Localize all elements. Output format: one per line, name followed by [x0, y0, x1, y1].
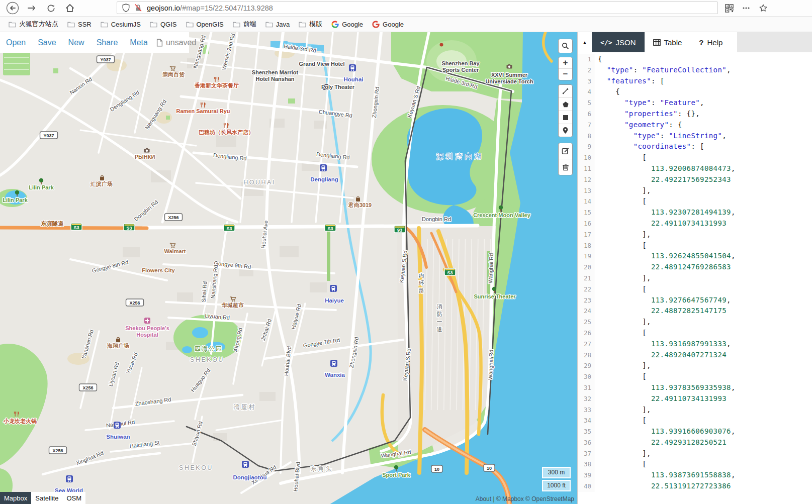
reload-button[interactable] — [44, 2, 57, 15]
zoom-out-button[interactable]: − — [559, 68, 572, 80]
line-content[interactable]: [ — [594, 240, 812, 251]
line-content[interactable]: "features": [ — [594, 76, 812, 87]
basemap-satellite[interactable]: Satellite — [31, 492, 62, 504]
basemap-mapbox[interactable]: Mapbox — [0, 492, 31, 504]
line-content[interactable]: { — [594, 86, 812, 97]
line-content[interactable]: [ — [594, 152, 812, 163]
line-content[interactable]: ], — [594, 317, 812, 328]
edit-feature-button[interactable] — [559, 143, 572, 159]
line-content[interactable]: 22.48920407271324 — [594, 350, 812, 361]
editor-line[interactable]: 6 "properties": {}, — [578, 109, 812, 120]
editor-line[interactable]: 26 [ — [578, 328, 812, 339]
url-bar[interactable]: geojson.io/#map=15/22.5047/113.9288 — [117, 2, 718, 14]
line-content[interactable]: ], — [594, 448, 812, 459]
bookmark-item[interactable]: OpenGIS — [182, 19, 228, 30]
editor-line[interactable]: 8 "type": "LineString", — [578, 131, 812, 142]
line-content[interactable]: [ — [594, 459, 812, 470]
editor-line[interactable]: 9 "coordinates": [ — [578, 141, 812, 152]
line-content[interactable]: ], — [594, 405, 812, 416]
new-link[interactable]: New — [68, 38, 84, 47]
save-link[interactable]: Save — [38, 38, 56, 47]
line-content[interactable]: "geometry": { — [594, 120, 812, 131]
bookmark-item[interactable]: QGIS — [145, 19, 182, 30]
back-button[interactable] — [6, 2, 19, 15]
editor-line[interactable]: 24 22.48872825147175 — [578, 306, 812, 317]
forward-button[interactable] — [25, 2, 38, 15]
bookmark-item[interactable]: Google — [327, 19, 368, 30]
overflow-menu-icon[interactable] — [742, 4, 750, 12]
editor-line[interactable]: 11 113.92006874084473, — [578, 163, 812, 174]
editor-line[interactable]: 29 ], — [578, 360, 812, 371]
tracking-shield-icon[interactable] — [122, 4, 130, 12]
geocoder-search-button[interactable] — [558, 39, 573, 53]
editor-line[interactable]: 27 113.9316987991333, — [578, 339, 812, 350]
line-content[interactable]: 113.9276647567749, — [594, 295, 812, 306]
editor-line[interactable]: 2 "type": "FeatureCollection", — [578, 65, 812, 76]
editor-line[interactable]: 14 [ — [578, 196, 812, 207]
editor-line[interactable]: 33 ], — [578, 405, 812, 416]
tab-json[interactable]: </>JSON — [592, 32, 645, 52]
line-content[interactable]: "type": "Feature", — [594, 97, 812, 109]
line-content[interactable]: ], — [594, 273, 812, 284]
bookmark-item[interactable]: 模版 — [294, 18, 327, 30]
bookmark-star-icon[interactable] — [759, 4, 768, 13]
line-content[interactable]: "coordinates": [ — [594, 141, 812, 152]
draw-line-button[interactable] — [559, 85, 572, 97]
line-content[interactable]: [ — [594, 328, 812, 339]
map-canvas[interactable]: S3S3S3S393S3Y037Y037X256X256X256X2561010… — [0, 32, 577, 504]
collapse-panel-button[interactable]: ▲ — [578, 32, 592, 52]
editor-line[interactable]: 36 22.49293128250521 — [578, 437, 812, 448]
editor-line[interactable]: 12 22.492217569252343 — [578, 174, 812, 185]
editor-line[interactable]: 38 [ — [578, 459, 812, 470]
line-content[interactable]: "type": "LineString", — [594, 131, 812, 142]
draw-polygon-button[interactable] — [559, 97, 572, 111]
qr-code-icon[interactable] — [725, 4, 734, 13]
editor-line[interactable]: 1{ — [578, 54, 812, 65]
delete-feature-button[interactable] — [559, 159, 572, 175]
line-content[interactable]: 22.48872825147175 — [594, 306, 812, 317]
editor-line[interactable]: 4 { — [578, 86, 812, 97]
editor-line[interactable]: 15 113.92307281494139, — [578, 207, 812, 218]
bookmark-item[interactable]: CesiumJS — [96, 19, 145, 30]
line-content[interactable]: 22.513191272723386 — [594, 481, 812, 492]
map-attribution[interactable]: About | © Mapbox © OpenStreetMap — [476, 495, 574, 502]
line-content[interactable]: 22.49293128250521 — [594, 437, 812, 448]
search-icon[interactable] — [559, 39, 572, 53]
line-content[interactable]: 22.49110734131993 — [594, 218, 812, 229]
bookmark-item[interactable]: Java — [261, 19, 294, 30]
bookmark-item[interactable]: Google — [368, 19, 408, 30]
editor-line[interactable]: 13 ], — [578, 185, 812, 196]
json-editor[interactable]: 1{2 "type": "FeatureCollection",3 "featu… — [578, 52, 812, 504]
editor-line[interactable]: 21 ], — [578, 273, 812, 284]
line-content[interactable]: 22.49110734131993 — [594, 393, 812, 405]
line-content[interactable]: 113.92006874084473, — [594, 163, 812, 174]
line-content[interactable]: [ — [594, 371, 812, 382]
line-content[interactable]: [ — [594, 415, 812, 426]
line-content[interactable]: 113.93916606903076, — [594, 426, 812, 437]
editor-line[interactable]: 3 "features": [ — [578, 76, 812, 87]
home-button[interactable] — [63, 2, 76, 15]
line-content[interactable]: ], — [594, 360, 812, 371]
line-content[interactable]: ], — [594, 185, 812, 196]
editor-line[interactable]: 16 22.49110734131993 — [578, 218, 812, 229]
editor-line[interactable]: 7 "geometry": { — [578, 120, 812, 131]
open-link[interactable]: Open — [6, 38, 26, 47]
line-content[interactable]: 113.93783569335938, — [594, 382, 812, 393]
editor-line[interactable]: 18 [ — [578, 240, 812, 251]
bookmark-item[interactable]: 火狐官方站点 — [4, 18, 63, 30]
line-content[interactable]: ], — [594, 229, 812, 240]
line-content[interactable]: 113.92624855041504, — [594, 251, 812, 262]
editor-line[interactable]: 37 ], — [578, 448, 812, 459]
tab-table[interactable]: Table — [645, 32, 691, 52]
editor-line[interactable]: 28 22.48920407271324 — [578, 350, 812, 361]
line-content[interactable]: "properties": {}, — [594, 109, 812, 120]
draw-rectangle-button[interactable] — [559, 111, 572, 124]
editor-line[interactable]: 10 [ — [578, 152, 812, 163]
map-pane[interactable]: S3S3S3S393S3Y037Y037X256X256X256X2561010… — [0, 32, 577, 504]
editor-line[interactable]: 23 113.9276647567749, — [578, 295, 812, 306]
editor-line[interactable]: 32 22.49110734131993 — [578, 393, 812, 405]
line-content[interactable]: [ — [594, 196, 812, 207]
line-content[interactable]: 113.93873691558838, — [594, 470, 812, 481]
editor-line[interactable]: 20 22.489124769286583 — [578, 262, 812, 273]
line-content[interactable]: [ — [594, 284, 812, 295]
